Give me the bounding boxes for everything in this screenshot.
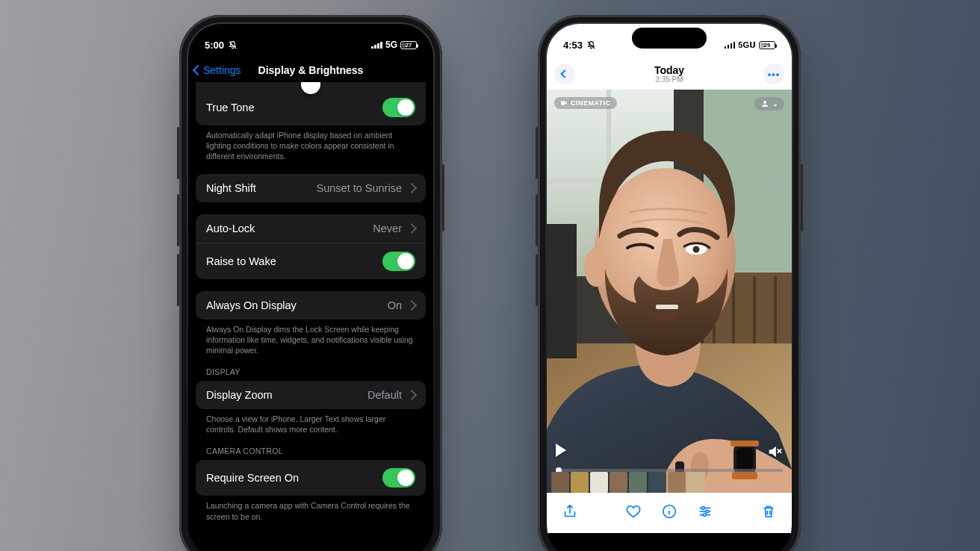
svg-point-22 <box>693 246 700 253</box>
status-time: 4:53 <box>563 40 583 51</box>
row-auto-lock[interactable]: Auto-Lock Never <box>196 214 426 243</box>
row-require-screen-on[interactable]: Require Screen On <box>196 460 426 496</box>
mute-button[interactable] <box>766 443 783 460</box>
chevron-left-icon <box>560 69 568 78</box>
require-screen-on-toggle[interactable] <box>382 468 415 488</box>
info-button[interactable] <box>661 503 677 520</box>
play-button[interactable] <box>556 443 566 457</box>
phone-photos: 4:53 5G𝗨 29 <box>538 15 801 551</box>
info-icon <box>661 503 677 520</box>
true-tone-toggle[interactable] <box>382 98 415 117</box>
row-night-shift[interactable]: Night Shift Sunset to Sunrise <box>196 174 426 202</box>
display-zoom-footer: Choose a view for iPhone. Larger Text sh… <box>196 409 426 435</box>
nav-title: Display & Brightness <box>258 64 364 76</box>
silent-mode-icon <box>586 40 596 50</box>
cellular-signal-icon <box>725 41 736 49</box>
always-on-footer: Always On Display dims the Lock Screen w… <box>196 320 426 356</box>
svg-point-19 <box>584 248 608 287</box>
phone-settings: 5:00 5G 27 Settings <box>179 15 442 551</box>
sliders-icon <box>697 503 713 520</box>
chevron-down-icon: ⌄ <box>772 100 779 108</box>
screen: 4:53 5G𝗨 29 <box>547 24 792 551</box>
dynamic-island <box>273 28 348 49</box>
cellular-signal-icon <box>371 41 382 49</box>
heart-icon <box>625 503 642 520</box>
back-button[interactable] <box>554 63 575 84</box>
network-label: 5G <box>385 40 397 50</box>
svg-rect-11 <box>547 224 577 358</box>
row-true-tone[interactable]: True Tone <box>196 90 426 125</box>
require-screen-on-footer: Launching a camera app with Camera Contr… <box>196 496 426 521</box>
row-display-zoom[interactable]: Display Zoom Default <box>196 381 426 409</box>
edit-button[interactable] <box>697 503 713 520</box>
cinematic-badge: CINEMATIC <box>554 97 617 109</box>
network-label: 5G𝗨 <box>738 40 756 50</box>
row-always-on-display[interactable]: Always On Display On <box>196 291 426 320</box>
brightness-slider-peek[interactable] <box>196 82 426 90</box>
ellipsis-icon: ••• <box>768 69 781 80</box>
silent-mode-icon <box>228 40 238 50</box>
back-button[interactable]: Settings <box>194 64 241 76</box>
svg-point-23 <box>763 101 766 104</box>
chevron-right-icon <box>406 182 417 193</box>
svg-rect-20 <box>656 305 678 309</box>
true-tone-footer: Automatically adapt iPhone display based… <box>196 125 426 162</box>
chevron-right-icon <box>406 299 417 310</box>
chevron-left-icon <box>193 65 203 75</box>
nav-title-group: Today 3:35 PM <box>654 65 684 84</box>
screen: 5:00 5G 27 Settings <box>188 24 433 551</box>
camera-control-section-header: CAMERA CONTROL <box>196 435 426 460</box>
share-icon <box>562 503 578 520</box>
chevron-right-icon <box>406 222 417 233</box>
share-button[interactable] <box>562 503 578 520</box>
nav-bar: Settings Display & Brightness <box>188 58 433 82</box>
video-icon <box>560 99 568 107</box>
photos-nav-bar: Today 3:35 PM ••• <box>547 58 792 90</box>
svg-point-34 <box>703 514 706 517</box>
battery-icon: 27 <box>400 41 417 49</box>
row-raise-to-wake[interactable]: Raise to Wake <box>196 243 426 279</box>
raise-to-wake-toggle[interactable] <box>382 252 415 271</box>
video-preview[interactable]: CINEMATIC ⌄ <box>547 90 792 493</box>
delete-button[interactable] <box>760 503 777 520</box>
display-section-header: DISPLAY <box>196 355 426 381</box>
svg-point-32 <box>706 510 709 513</box>
chevron-right-icon <box>406 390 417 400</box>
svg-rect-16 <box>731 441 759 446</box>
status-time: 5:00 <box>205 40 224 51</box>
svg-point-28 <box>669 508 669 509</box>
svg-rect-15 <box>736 448 753 470</box>
more-button[interactable]: ••• <box>763 63 784 84</box>
thumbnail-strip[interactable] <box>547 472 792 493</box>
battery-icon: 29 <box>759 41 775 49</box>
trash-icon <box>760 503 777 520</box>
settings-list[interactable]: True Tone Automatically adapt iPhone dis… <box>188 82 433 551</box>
favorite-button[interactable] <box>625 503 642 520</box>
person-icon <box>760 99 769 108</box>
people-badge[interactable]: ⌄ <box>754 97 785 110</box>
svg-point-30 <box>701 507 704 510</box>
dynamic-island <box>632 28 707 49</box>
photos-toolbar <box>547 493 792 533</box>
